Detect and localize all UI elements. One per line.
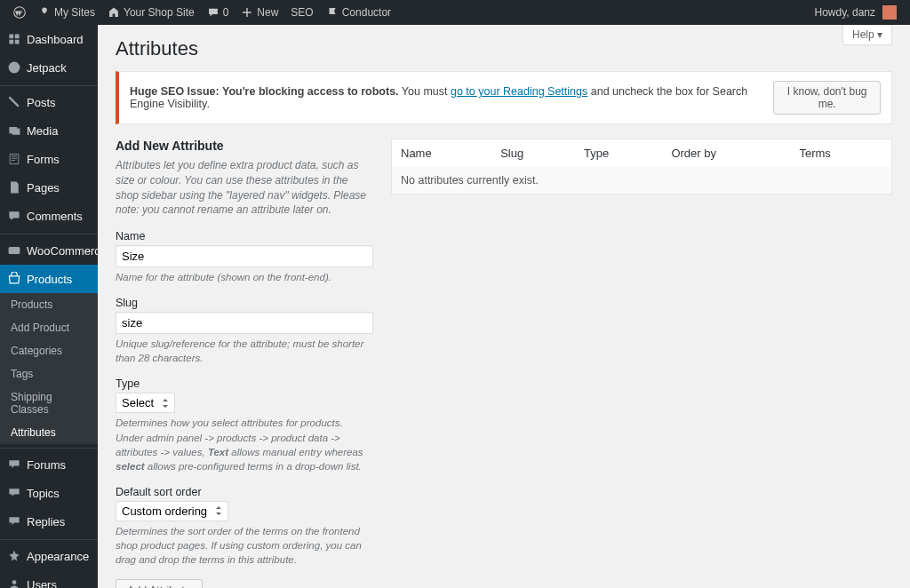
add-heading: Add New Attribute <box>116 139 373 153</box>
menu-users[interactable]: Users <box>0 570 98 588</box>
type-label: Type <box>116 377 373 390</box>
page-body: Help ▾ Attributes Huge SEO Issue: You're… <box>98 25 910 588</box>
order-hint: Determines the sort order of the terms o… <box>116 524 373 567</box>
menu-pages[interactable]: Pages <box>0 173 98 202</box>
menu-products-label: Products <box>27 273 72 286</box>
menu-forums-label: Forums <box>27 458 66 472</box>
dismiss-button[interactable]: I know, don't bug me. <box>773 81 881 115</box>
reading-settings-link[interactable]: go to your Reading Settings <box>451 85 587 98</box>
conductor-link[interactable]: Conductor <box>320 0 397 25</box>
add-attribute-panel: Add New Attribute Attributes let you def… <box>116 139 373 588</box>
name-hint: Name for the attribute (shown on the fro… <box>116 270 373 284</box>
menu-jetpack-label: Jetpack <box>27 61 67 75</box>
wp-logo[interactable] <box>7 0 32 25</box>
empty-message: No attributes currently exist. <box>392 167 892 195</box>
type-hint: Determines how you select attributes for… <box>116 416 373 473</box>
order-label: Default sort order <box>116 486 373 498</box>
name-label: Name <box>116 230 373 242</box>
name-input[interactable] <box>116 245 373 267</box>
menu-comments-label: Comments <box>27 210 83 223</box>
seo-link[interactable]: SEO <box>284 0 319 25</box>
menu-forms-label: Forms <box>27 153 60 166</box>
notice-pre: You must <box>399 85 451 98</box>
menu-posts[interactable]: Posts <box>0 85 98 116</box>
comments-count: 0 <box>223 6 229 19</box>
menu-jetpack[interactable]: Jetpack <box>0 53 98 82</box>
type-select[interactable]: Select <box>116 393 175 413</box>
site-link[interactable]: Your Shop Site <box>101 0 201 25</box>
submenu-shipping-classes[interactable]: Shipping Classes <box>0 385 98 421</box>
avatar <box>882 5 897 20</box>
menu-comments[interactable]: Comments <box>0 202 98 230</box>
menu-woocommerce[interactable]: WooCommerce <box>0 234 98 265</box>
slug-hint: Unique slug/reference for the attribute;… <box>116 337 373 365</box>
page-title: Attributes <box>116 34 892 71</box>
howdy-label: Howdy, danz <box>815 6 875 19</box>
menu-appearance[interactable]: Appearance <box>0 539 98 570</box>
submenu-tags[interactable]: Tags <box>0 362 98 385</box>
products-submenu: Products Add Product Categories Tags Shi… <box>0 293 98 444</box>
admin-menu: Dashboard Jetpack Posts Media Forms Page… <box>0 25 98 588</box>
menu-media-label: Media <box>27 124 58 138</box>
col-name: Name <box>392 139 492 168</box>
seo-notice: Huge SEO Issue: You're blocking access t… <box>116 71 892 124</box>
site-name-label: Your Shop Site <box>124 6 195 19</box>
menu-forms[interactable]: Forms <box>0 145 98 173</box>
submenu-categories[interactable]: Categories <box>0 339 98 362</box>
menu-topics-label: Topics <box>27 487 60 500</box>
attributes-table: Name Slug Type Order by Terms No attribu… <box>391 139 892 195</box>
col-type: Type <box>575 139 662 168</box>
menu-replies-label: Replies <box>27 515 65 528</box>
menu-replies[interactable]: Replies <box>0 507 98 536</box>
col-slug: Slug <box>491 139 575 168</box>
table-row: No attributes currently exist. <box>392 167 892 195</box>
order-select[interactable]: Custom ordering <box>116 501 228 521</box>
menu-media[interactable]: Media <box>0 116 98 145</box>
attributes-table-panel: Name Slug Type Order by Terms No attribu… <box>391 139 892 195</box>
help-label: Help <box>852 28 874 41</box>
notice-text: Huge SEO Issue: You're blocking access t… <box>130 85 766 110</box>
menu-topics[interactable]: Topics <box>0 479 98 507</box>
menu-posts-label: Posts <box>27 96 56 109</box>
col-terms: Terms <box>790 139 891 168</box>
howdy-link[interactable]: Howdy, danz <box>809 0 903 25</box>
admin-bar: My Sites Your Shop Site 0 New SEO Conduc… <box>0 0 910 25</box>
menu-pages-label: Pages <box>27 181 60 195</box>
col-orderby: Order by <box>662 139 790 168</box>
svg-point-1 <box>9 62 20 74</box>
submenu-attributes[interactable]: Attributes <box>0 421 98 444</box>
menu-appearance-label: Appearance <box>27 550 89 563</box>
svg-point-3 <box>12 580 17 584</box>
menu-products[interactable]: Products <box>0 265 98 293</box>
slug-label: Slug <box>116 297 373 309</box>
slug-input[interactable] <box>116 312 373 334</box>
seo-label: SEO <box>291 6 313 19</box>
notice-bold: Huge SEO Issue: You're blocking access t… <box>130 85 399 98</box>
submenu-products[interactable]: Products <box>0 293 98 316</box>
menu-users-label: Users <box>27 578 57 589</box>
menu-forums[interactable]: Forums <box>0 448 98 479</box>
submenu-add-product[interactable]: Add Product <box>0 316 98 339</box>
my-sites-link[interactable]: My Sites <box>32 0 101 25</box>
conductor-label: Conductor <box>342 6 391 19</box>
add-attribute-button[interactable]: Add Attribute <box>116 579 203 588</box>
menu-woocommerce-label: WooCommerce <box>27 244 98 258</box>
svg-rect-2 <box>9 247 20 254</box>
menu-dashboard-label: Dashboard <box>27 33 84 46</box>
my-sites-label: My Sites <box>54 6 95 19</box>
add-intro: Attributes let you define extra product … <box>116 158 373 218</box>
new-label: New <box>257 6 278 19</box>
comments-link[interactable]: 0 <box>201 0 235 25</box>
menu-dashboard[interactable]: Dashboard <box>0 25 98 53</box>
new-link[interactable]: New <box>235 0 284 25</box>
help-button[interactable]: Help ▾ <box>842 25 892 45</box>
